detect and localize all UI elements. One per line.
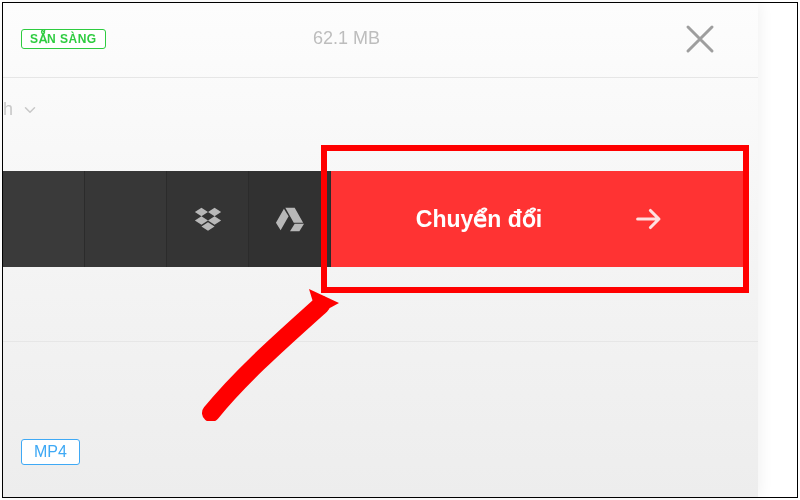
divider <box>3 341 758 342</box>
format-badge: MP4 <box>21 439 80 465</box>
chevron-down-icon <box>21 101 39 119</box>
dropbox-button[interactable] <box>167 171 249 267</box>
close-icon <box>682 21 718 57</box>
convert-button-label: Chuyển đổi <box>416 206 542 233</box>
action-left-edge[interactable] <box>3 171 85 267</box>
screenshot-frame: SẴN SÀNG 62.1 MB h Chuyển đổi <box>2 2 798 498</box>
close-button[interactable] <box>682 21 718 57</box>
action-bar: Chuyển đổi <box>3 171 745 267</box>
convert-button[interactable]: Chuyển đổi <box>331 171 745 267</box>
divider <box>3 77 758 78</box>
google-drive-button[interactable] <box>249 171 331 267</box>
action-blank[interactable] <box>85 171 167 267</box>
file-size-label: 62.1 MB <box>313 28 380 49</box>
arrow-right-icon <box>632 202 666 236</box>
dropbox-icon <box>193 204 223 234</box>
dropdown-visible-text: h <box>3 99 13 120</box>
google-drive-icon <box>275 204 305 234</box>
annotation-arrow <box>191 281 361 421</box>
app-panel: SẴN SÀNG 62.1 MB h Chuyển đổi <box>3 3 758 497</box>
options-dropdown[interactable]: h <box>3 99 39 120</box>
status-badge: SẴN SÀNG <box>21 29 106 49</box>
svg-marker-0 <box>309 289 339 315</box>
